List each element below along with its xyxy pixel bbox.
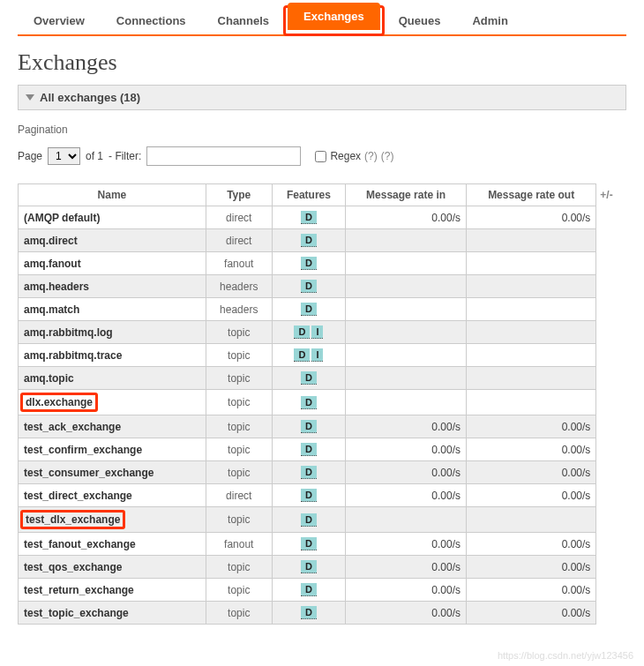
exchange-type: headers	[206, 298, 272, 321]
rate-in	[346, 344, 467, 367]
exchange-name-link[interactable]: test_ack_exchange	[19, 415, 206, 438]
rate-out: 0.00/s	[466, 484, 595, 507]
rate-out	[466, 507, 595, 533]
rate-in	[346, 367, 467, 390]
exchange-name-link[interactable]: test_return_exchange	[19, 579, 206, 602]
highlight-box: dlx.exchange	[20, 393, 98, 412]
exchange-name-link[interactable]: test_topic_exchange	[19, 602, 206, 625]
rate-out: 0.00/s	[466, 206, 595, 229]
exchange-name-link[interactable]: test_direct_exchange	[19, 484, 206, 507]
filter-input[interactable]	[146, 146, 301, 166]
rate-in	[346, 229, 467, 252]
feature-badge: D	[294, 348, 310, 362]
th-features[interactable]: Features	[272, 184, 346, 206]
highlight-box: test_dlx_exchange	[20, 510, 125, 529]
nav-queues[interactable]: Queues	[383, 7, 457, 34]
exchange-name-link[interactable]: test_dlx_exchange	[19, 507, 206, 533]
th-plusminus[interactable]: +/-	[596, 184, 626, 206]
rate-out	[466, 390, 595, 415]
feature-badge: D	[301, 466, 317, 479]
rate-out	[466, 321, 595, 344]
nav-exchanges[interactable]: Exchanges	[288, 3, 380, 30]
rate-out	[466, 367, 595, 390]
exchange-features: D	[272, 390, 346, 415]
nav-overview[interactable]: Overview	[18, 7, 101, 34]
rate-in: 0.00/s	[346, 461, 467, 484]
feature-badge: D	[301, 257, 317, 270]
exchange-name-link[interactable]: amq.match	[19, 298, 206, 321]
exchange-type: fanout	[206, 252, 272, 275]
rate-in	[346, 390, 467, 415]
exchange-name-link[interactable]: dlx.exchange	[19, 390, 206, 415]
rate-in: 0.00/s	[346, 438, 467, 461]
filter-label: - Filter:	[109, 150, 141, 162]
feature-badge: D	[301, 211, 317, 224]
feature-badge: D	[301, 303, 317, 316]
chevron-down-icon	[26, 94, 34, 101]
exchange-name-link[interactable]: amq.rabbitmq.log	[19, 321, 206, 344]
exchange-features: D	[272, 438, 346, 461]
exchange-name-link[interactable]: amq.topic	[19, 367, 206, 390]
exchange-name-link[interactable]: amq.fanout	[19, 252, 206, 275]
feature-badge: I	[311, 326, 323, 339]
exchange-features: D	[272, 556, 346, 579]
exchange-type: fanout	[206, 533, 272, 556]
exchange-type: topic	[206, 390, 272, 415]
section-header-text: All exchanges (18)	[40, 91, 140, 104]
rate-in: 0.00/s	[346, 206, 467, 229]
th-name[interactable]: Name	[19, 184, 206, 206]
regex-checkbox[interactable]	[315, 151, 326, 162]
feature-badge: D	[301, 420, 317, 433]
feature-badge: D	[301, 443, 317, 456]
section-all-exchanges[interactable]: All exchanges (18)	[18, 85, 626, 110]
exchange-type: topic	[206, 321, 272, 344]
feature-badge: D	[294, 326, 310, 339]
nav-admin[interactable]: Admin	[456, 7, 523, 34]
feature-badge: D	[301, 396, 317, 409]
exchange-features: D	[272, 579, 346, 602]
exchange-type: topic	[206, 556, 272, 579]
rate-out	[466, 298, 595, 321]
exchange-name-link[interactable]: amq.headers	[19, 275, 206, 298]
table-row: amq.topictopicD	[19, 367, 626, 390]
table-row: test_return_exchangetopicD0.00/s0.00/s	[19, 579, 626, 602]
table-row: (AMQP default)directD0.00/s0.00/s	[19, 206, 626, 229]
th-type[interactable]: Type	[206, 184, 272, 206]
nav-connections[interactable]: Connections	[101, 7, 202, 34]
th-rate-out[interactable]: Message rate out	[466, 184, 595, 206]
exchange-name-link[interactable]: amq.rabbitmq.trace	[19, 344, 206, 367]
exchange-features: D	[272, 275, 346, 298]
exchange-name-link[interactable]: test_qos_exchange	[19, 556, 206, 579]
exchange-type: topic	[206, 344, 272, 367]
rate-in: 0.00/s	[346, 484, 467, 507]
exchange-features: D	[272, 533, 346, 556]
exchange-type: topic	[206, 602, 272, 625]
table-row: amq.directdirectD	[19, 229, 626, 252]
exchange-name-link[interactable]: test_confirm_exchange	[19, 438, 206, 461]
table-row: test_ack_exchangetopicD0.00/s0.00/s	[19, 415, 626, 438]
exchange-type: headers	[206, 275, 272, 298]
rate-out: 0.00/s	[466, 579, 595, 602]
page-select[interactable]: 1	[48, 147, 80, 165]
exchange-name-link[interactable]: amq.direct	[19, 229, 206, 252]
exchange-name-link[interactable]: test_consumer_exchange	[19, 461, 206, 484]
exchange-name-link[interactable]: (AMQP default)	[19, 206, 206, 229]
feature-badge: D	[301, 606, 317, 619]
rate-out: 0.00/s	[466, 533, 595, 556]
exchange-features: D	[272, 484, 346, 507]
exchange-type: topic	[206, 461, 272, 484]
exchange-type: topic	[206, 415, 272, 438]
help-link-2[interactable]: (?)	[381, 150, 394, 162]
rate-in	[346, 321, 467, 344]
table-row: test_qos_exchangetopicD0.00/s0.00/s	[19, 556, 626, 579]
th-rate-in[interactable]: Message rate in	[346, 184, 467, 206]
exchange-name-link[interactable]: test_fanout_exchange	[19, 533, 206, 556]
help-link-1[interactable]: (?)	[364, 150, 378, 162]
nav-channels[interactable]: Channels	[202, 7, 286, 34]
rate-out: 0.00/s	[466, 556, 595, 579]
page-title: Exchanges	[18, 49, 626, 76]
highlight-tab-box: Exchanges	[283, 5, 385, 36]
feature-badge: D	[301, 537, 317, 550]
table-row: test_fanout_exchangefanoutD0.00/s0.00/s	[19, 533, 626, 556]
rate-out	[466, 344, 595, 367]
